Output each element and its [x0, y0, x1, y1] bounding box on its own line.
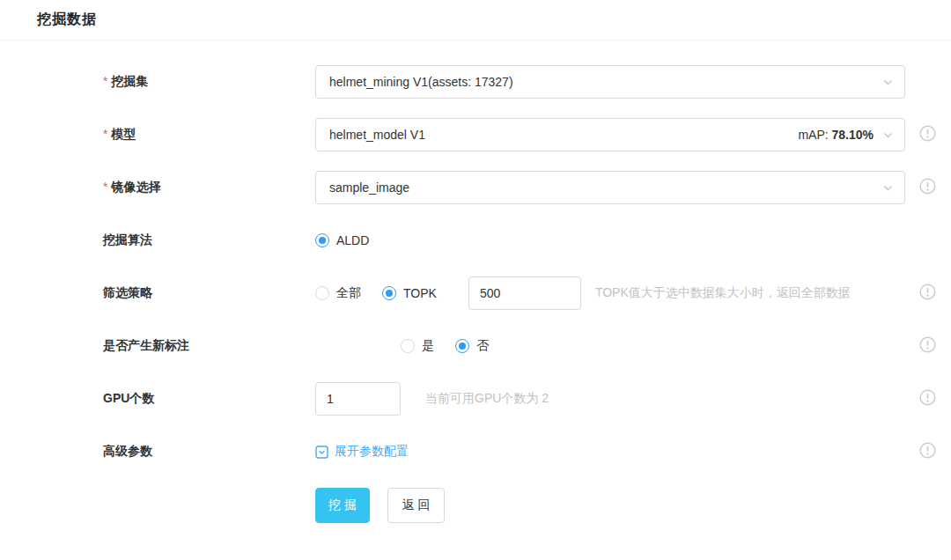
image-select[interactable]: sample_image [315, 171, 905, 204]
chevron-down-icon [882, 77, 894, 88]
radio-circle-icon [455, 339, 469, 353]
strategy-label: 筛选策略 [103, 285, 315, 301]
model-map-text: mAP: 78.10% [798, 128, 874, 142]
image-label: *镜像选择 [103, 180, 315, 195]
new-annotation-label: 是否产生新标注 [103, 338, 315, 354]
radio-yes-label: 是 [422, 338, 434, 354]
info-icon[interactable] [919, 442, 936, 462]
info-icon[interactable] [919, 125, 936, 145]
form-row-model: *模型 helmet_model V1 mAP: 78.10% [103, 118, 951, 151]
radio-aldd[interactable]: ALDD [315, 233, 369, 247]
required-mark: * [103, 180, 107, 194]
radio-circle-icon [382, 286, 396, 300]
image-value: sample_image [329, 181, 409, 195]
info-icon[interactable] [919, 336, 936, 357]
algorithm-label: 挖掘算法 [103, 232, 315, 248]
mining-set-value: helmet_mining V1(assets: 17327) [329, 75, 513, 89]
radio-no[interactable]: 否 [455, 338, 489, 354]
expand-params-text: 展开参数配置 [335, 444, 409, 460]
form-row-image: *镜像选择 sample_image [103, 171, 951, 204]
form-row-gpu: GPU个数 当前可用GPU个数为 2 [103, 382, 951, 416]
form-actions: 挖 掘 返 回 [103, 488, 951, 523]
model-label: *模型 [103, 127, 315, 143]
form-row-strategy: 筛选策略 全部 TOPK TOPK值大于选中数据集大小时，返回全部数据 [103, 276, 951, 310]
radio-circle-icon [315, 286, 329, 300]
required-mark: * [103, 127, 107, 141]
info-icon[interactable] [919, 284, 936, 304]
model-map-value: 78.10% [832, 128, 874, 142]
radio-yes[interactable]: 是 [401, 338, 434, 354]
form-row-algorithm: 挖掘算法 ALDD [103, 224, 951, 257]
chevron-down-icon [882, 129, 894, 141]
advanced-label: 高级参数 [103, 444, 315, 460]
radio-all[interactable]: 全部 [315, 285, 361, 301]
form-row-mining-set: *挖掘集 helmet_mining V1(assets: 17327) [103, 65, 951, 99]
form-row-new-annotation: 是否产生新标注 是 否 [103, 329, 951, 363]
mine-button[interactable]: 挖 掘 [315, 488, 370, 523]
model-value: helmet_model V1 [329, 128, 425, 142]
gpu-label: GPU个数 [103, 391, 315, 407]
radio-all-label: 全部 [336, 285, 361, 301]
form-row-advanced: 高级参数 展开参数配置 [103, 435, 951, 468]
mining-set-label: *挖掘集 [103, 74, 315, 90]
required-mark: * [103, 74, 107, 88]
radio-circle-icon [401, 339, 415, 353]
page-title: 挖掘数据 [37, 11, 97, 29]
mining-form: *挖掘集 helmet_mining V1(assets: 17327) *模型… [0, 41, 951, 523]
info-icon[interactable] [919, 389, 936, 409]
mining-set-select[interactable]: helmet_mining V1(assets: 17327) [315, 65, 905, 99]
page-header: 挖掘数据 [0, 0, 951, 41]
back-button[interactable]: 返 回 [387, 488, 445, 523]
gpu-hint: 当前可用GPU个数为 2 [425, 391, 549, 407]
radio-aldd-label: ALDD [336, 233, 369, 247]
topk-hint: TOPK值大于选中数据集大小时，返回全部数据 [595, 285, 851, 301]
model-select[interactable]: helmet_model V1 mAP: 78.10% [315, 118, 905, 151]
chevron-down-icon [882, 182, 894, 194]
topk-input[interactable] [468, 276, 581, 310]
radio-topk-label: TOPK [403, 286, 437, 300]
radio-circle-icon [315, 233, 329, 247]
down-square-icon [315, 446, 328, 459]
radio-no-label: 否 [476, 338, 489, 354]
info-icon[interactable] [919, 178, 936, 198]
expand-params-link[interactable]: 展开参数配置 [315, 444, 409, 460]
gpu-count-input[interactable] [315, 382, 401, 416]
radio-topk[interactable]: TOPK [382, 286, 437, 300]
